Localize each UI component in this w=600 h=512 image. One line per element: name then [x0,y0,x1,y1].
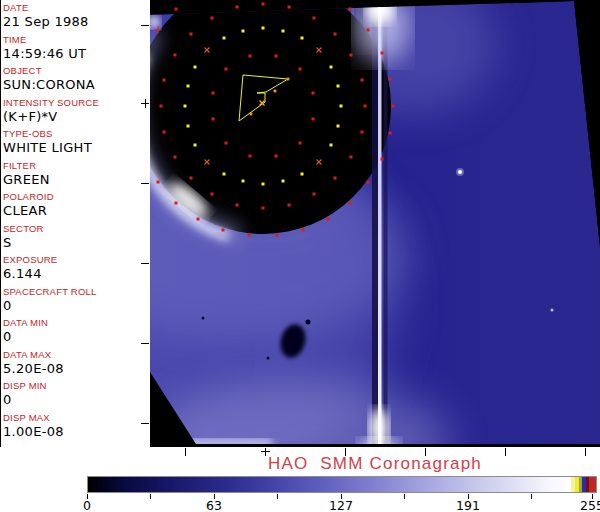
calib-dot-red [160,105,163,108]
calib-dot-red [276,234,279,237]
field-label-data-min: DATA MIN [3,317,149,328]
streak-dark-left [372,0,378,447]
calib-dot-red [334,177,337,180]
field-value-disp-min: 0 [3,392,149,407]
field-label-sector: SECTOR [3,223,149,234]
field-label-polaroid: POLAROID [3,191,149,202]
calib-dot-red [367,29,370,32]
calib-dot-red [248,234,251,237]
calib-dot-red [288,204,291,207]
calib-dot-yellow [330,66,333,69]
calib-dot-red [222,229,225,232]
calib-dot-yellow [337,125,340,128]
dark-speck [202,317,205,320]
field-value-polaroid: CLEAR [3,203,149,218]
calib-dot-red [389,132,392,135]
calib-dot-yellow [242,30,245,33]
calib-dot-red [211,193,214,196]
field-value-intensity-source: (K+F)*V [3,109,149,124]
colorbar-label-191: 191 [456,498,480,512]
frame-tick-bottom-plus-bar [261,451,270,452]
field-intensity-source: INTENSITY SOURCE(K+F)*V [3,97,149,129]
colorbar-label-255: 255 [580,498,600,512]
polygon-vertex-dot [274,90,277,93]
calib-dot-yellow [262,27,265,30]
star-speck-faint [551,309,554,312]
calib-dot-red [225,68,228,71]
calib-dot-red [389,78,392,81]
colorbar-minor-tick [531,494,532,499]
calib-dot-red [313,17,316,20]
calib-dot-red [163,131,166,134]
calib-dot-red [327,218,330,221]
calib-dot-red [174,54,177,57]
field-label-disp-max: DISP MAX [3,412,149,423]
frame-tick-left-plus-bar [145,99,146,108]
calib-dot-yellow [301,37,304,40]
field-spacecraft-roll: SPACECRAFT ROLL0 [3,286,149,318]
field-type-obs: TYPE-OBSWHITE LIGHT [3,128,149,160]
calib-dot-red [312,118,315,121]
calib-dot-yellow [340,105,343,108]
field-disp-min: DISP MIN0 [3,380,149,412]
calib-dot-red [275,55,278,58]
calib-dot-red [288,6,291,9]
colorbar-label-127: 127 [329,498,353,512]
calib-dot-yellow [187,85,190,88]
calib-dot-red [211,17,214,20]
calib-dot-yellow [194,66,197,69]
metadata-sidebar: DATE21 Sep 1988TIME14:59:46 UTOBJECTSUN:… [3,2,149,443]
calib-dot-yellow [223,173,226,176]
calib-dot-red [190,33,193,36]
colorbar-minor-tick [404,494,405,499]
calib-dot-yellow [262,183,265,186]
dark-speck-2 [267,357,270,360]
field-label-spacecraft-roll: SPACECRAFT ROLL [3,286,149,297]
field-value-data-min: 0 [3,329,149,344]
field-filter: FILTERGREEN [3,160,149,192]
calib-dot-yellow [223,37,226,40]
field-polaroid: POLAROIDCLEAR [3,191,149,223]
smm-viewer-window: DATE21 Sep 1988TIME14:59:46 UTOBJECTSUN:… [0,0,600,512]
intensity-colorbar [87,476,597,493]
field-data-min: DATA MIN0 [3,317,149,349]
calib-dot-red [262,3,265,6]
calib-dot-red [381,158,384,161]
calib-dot-red [236,6,239,9]
field-time: TIME14:59:46 UT [3,34,149,66]
field-label-intensity-source: INTENSITY SOURCE [3,97,149,108]
calib-dot-red [190,177,193,180]
calib-dot-red [334,33,337,36]
calib-dot-red [312,92,315,95]
field-value-time: 14:59:46 UT [3,46,149,61]
colorbar-minor-tick [277,494,278,499]
field-date: DATE21 Sep 1988 [3,2,149,34]
colorbar-label-0: 0 [83,498,91,512]
field-exposure: EXPOSURE6.144 [3,254,149,286]
dark-blob-speck [306,320,311,325]
field-value-data-max: 5.20E-08 [3,361,149,376]
calib-dot-yellow [282,30,285,33]
field-label-time: TIME [3,34,149,45]
calib-dot-red [350,156,353,159]
field-label-disp-min: DISP MIN [3,380,149,391]
streak-bright-line [378,0,382,447]
field-label-type-obs: TYPE-OBS [3,128,149,139]
calib-dot-red [299,68,302,71]
calib-dot-yellow [337,85,340,88]
calib-dot-red [313,193,316,196]
field-label-data-max: DATA MAX [3,349,149,360]
calib-dot-red [392,105,395,108]
calib-dot-red [175,202,178,205]
calib-dot-yellow [242,180,245,183]
calib-dot-red [225,142,228,145]
calib-dot-yellow [194,144,197,147]
field-value-filter: GREEN [3,172,149,187]
field-label-date: DATE [3,2,149,13]
calib-dot-red [302,229,305,232]
calib-dot-red [163,79,166,82]
calib-dot-red [364,105,367,108]
plot-frame-left-border [0,0,1,447]
calib-dot-red [249,55,252,58]
frame-tick-left [141,343,149,344]
